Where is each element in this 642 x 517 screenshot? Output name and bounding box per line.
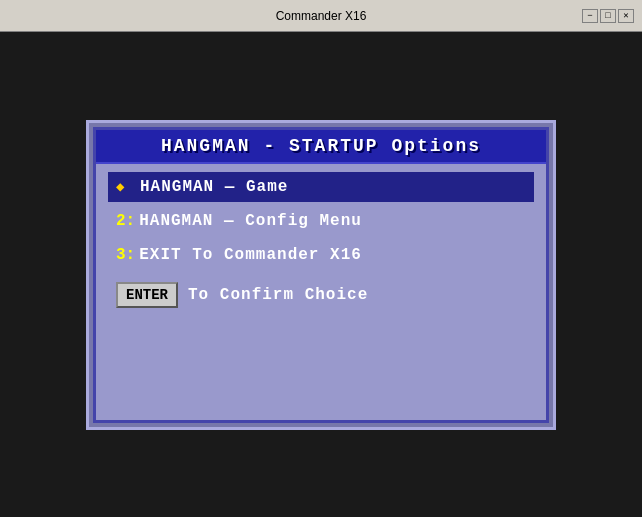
main-area: HANGMAN - STARTUP Options ◆ HANGMAN — Ga…	[0, 32, 642, 517]
menu-item-2-num: 2:	[116, 212, 135, 230]
menu-item-1[interactable]: ◆ HANGMAN — Game	[108, 172, 534, 202]
enter-key-label[interactable]: ENTER	[116, 282, 178, 308]
menu-item-3-num: 3:	[116, 246, 135, 264]
title-bar-controls: − □ ✕	[582, 9, 634, 23]
dialog-title-text: HANGMAN - STARTUP Options	[161, 136, 481, 156]
dialog-outer: HANGMAN - STARTUP Options ◆ HANGMAN — Ga…	[86, 120, 556, 430]
close-button[interactable]: ✕	[618, 9, 634, 23]
dialog-title-bar: HANGMAN - STARTUP Options	[96, 130, 546, 164]
menu-item-1-label: HANGMAN — Game	[140, 178, 288, 196]
menu-item-3[interactable]: 3: EXIT To Commander X16	[108, 240, 534, 270]
dialog-content: ◆ HANGMAN — Game 2: HANGMAN — Config Men…	[96, 164, 546, 420]
minimize-button[interactable]: −	[582, 9, 598, 23]
menu-item-2[interactable]: 2: HANGMAN — Config Menu	[108, 206, 534, 236]
dialog-inner: HANGMAN - STARTUP Options ◆ HANGMAN — Ga…	[93, 127, 549, 423]
menu-item-3-label: EXIT To Commander X16	[139, 246, 362, 264]
enter-row: ENTER To Confirm Choice	[108, 274, 534, 314]
maximize-button[interactable]: □	[600, 9, 616, 23]
menu-item-2-label: HANGMAN — Config Menu	[139, 212, 362, 230]
title-bar: Commander X16 − □ ✕	[0, 0, 642, 32]
confirm-text: To Confirm Choice	[188, 286, 368, 304]
window-title: Commander X16	[276, 9, 367, 23]
selected-icon: ◆	[116, 178, 132, 195]
